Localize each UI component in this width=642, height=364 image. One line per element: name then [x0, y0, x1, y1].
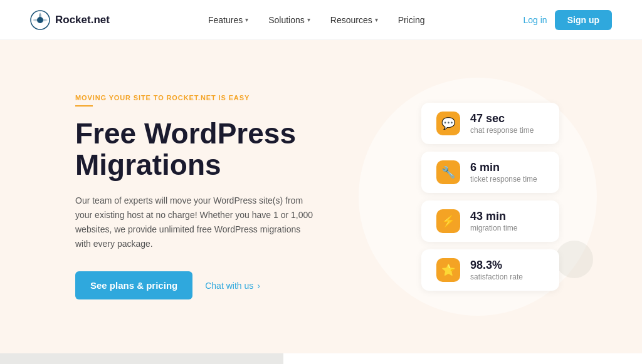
stat-value-migration: 43 min — [470, 210, 517, 224]
stat-value-ticket: 6 min — [470, 161, 537, 175]
blob-circle-small — [555, 241, 593, 278]
chat-icon: 💬 — [436, 112, 460, 135]
stat-card-satisfaction: ⭐ 98.3% satisfaction rate — [421, 249, 559, 291]
hero-stats: 💬 47 sec chat response time 🔧 6 min tick… — [344, 78, 612, 316]
stat-label-ticket: ticket response time — [470, 175, 537, 184]
nav-solutions[interactable]: Solutions ▾ — [268, 15, 310, 25]
nav-features[interactable]: Features ▾ — [208, 15, 248, 25]
bottom-section: UNLIMITED & FREE — [0, 353, 642, 364]
star-icon: ⭐ — [436, 258, 460, 282]
login-button[interactable]: Log in — [524, 15, 547, 25]
logo[interactable]: Rocket.net — [30, 10, 110, 30]
hero-tag-underline — [75, 105, 93, 107]
bottom-image-placeholder — [0, 353, 283, 364]
hero-content: MOVING YOUR SITE TO ROCKET.NET IS EASY F… — [75, 94, 344, 300]
hero-tag: MOVING YOUR SITE TO ROCKET.NET IS EASY — [75, 94, 344, 101]
stat-label-chat: chat response time — [470, 126, 534, 135]
nav-actions: Log in Sign up — [524, 10, 612, 30]
stat-value-satisfaction: 98.3% — [470, 259, 523, 273]
chevron-down-icon: ▾ — [245, 16, 248, 23]
chat-button[interactable]: Chat with us › — [205, 281, 260, 291]
stat-card-chat: 💬 47 sec chat response time — [421, 103, 559, 144]
nav-pricing[interactable]: Pricing — [398, 15, 425, 25]
migration-icon: ⚡ — [436, 209, 460, 233]
signup-button[interactable]: Sign up — [555, 10, 612, 30]
chevron-down-icon: ▾ — [307, 16, 310, 23]
chevron-down-icon: ▾ — [375, 16, 378, 23]
logo-icon — [30, 10, 50, 30]
logo-text: Rocket.net — [55, 14, 110, 26]
hero-description: Our team of experts will move your WordP… — [75, 194, 313, 251]
arrow-icon: › — [257, 281, 260, 291]
see-plans-button[interactable]: See plans & pricing — [75, 271, 192, 299]
stat-label-satisfaction: satisfaction rate — [470, 273, 523, 281]
stats-cards: 💬 47 sec chat response time 🔧 6 min tick… — [421, 103, 559, 291]
ticket-icon: 🔧 — [436, 160, 460, 184]
hero-section: MOVING YOUR SITE TO ROCKET.NET IS EASY F… — [0, 40, 642, 353]
hero-title: Free WordPress Migrations — [75, 118, 344, 181]
stat-card-ticket: 🔧 6 min ticket response time — [421, 152, 559, 193]
bottom-text: UNLIMITED & FREE — [283, 353, 642, 364]
stat-label-migration: migration time — [470, 224, 517, 232]
nav-links: Features ▾ Solutions ▾ Resources ▾ Prici… — [208, 15, 425, 25]
stat-card-migration: ⚡ 43 min migration time — [421, 200, 559, 242]
nav-resources[interactable]: Resources ▾ — [330, 15, 378, 25]
stat-value-chat: 47 sec — [470, 112, 534, 126]
hero-buttons: See plans & pricing Chat with us › — [75, 271, 344, 299]
navbar: Rocket.net Features ▾ Solutions ▾ Resour… — [0, 0, 642, 40]
